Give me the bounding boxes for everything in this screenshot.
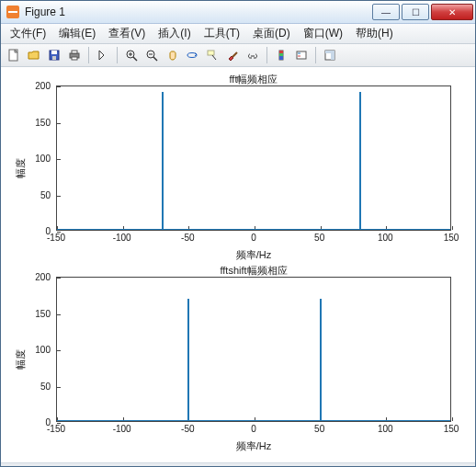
y-ticks: 050100150200	[6, 277, 52, 422]
svg-line-16	[212, 55, 216, 60]
app-icon	[6, 6, 19, 18]
x-ticks: -150-100-50050100150	[56, 424, 451, 437]
new-figure-icon[interactable]	[5, 46, 23, 64]
toolbar-separator	[315, 47, 316, 63]
x-tick-label: 50	[314, 424, 324, 434]
x-tick-label: -100	[113, 424, 131, 434]
x-tick-label: 100	[378, 233, 393, 243]
data-spike	[320, 299, 322, 421]
y-tick-label: 150	[35, 117, 51, 127]
subplot-1[interactable]: fft幅频相应 幅度 频率/Hz 050100150200 -150-100-5…	[6, 73, 468, 264]
svg-line-17	[232, 52, 237, 57]
axes	[56, 85, 451, 231]
y-ticks: 050100150200	[6, 85, 52, 231]
x-tick-label: -50	[181, 233, 194, 243]
x-tick-label: -150	[47, 233, 65, 243]
svg-rect-2	[51, 51, 57, 54]
x-tick-label: 50	[314, 233, 324, 243]
x-tick-label: -150	[47, 424, 65, 434]
menu-help[interactable]: 帮助(H)	[350, 24, 399, 43]
baseline	[57, 420, 450, 421]
svg-rect-20	[279, 53, 283, 56]
x-tick-label: 100	[378, 424, 393, 434]
status-strip	[1, 462, 475, 466]
toolbar-separator	[88, 47, 89, 63]
y-tick-label: 150	[35, 308, 51, 318]
window-controls: — ☐ ✕	[370, 4, 473, 20]
menu-view[interactable]: 查看(V)	[103, 24, 151, 43]
data-spike	[187, 299, 189, 421]
subplot-2[interactable]: fftshift幅频相应 幅度 频率/Hz 050100150200 -150-…	[6, 264, 468, 455]
x-tick-label: -50	[181, 424, 194, 434]
figure-window: Figure 1 — ☐ ✕ 文件(F) 编辑(E) 查看(V) 插入(I) 工…	[0, 0, 476, 467]
plot-area: fft幅频相应 幅度 频率/Hz 050100150200 -150-100-5…	[1, 67, 475, 462]
y-tick-label: 100	[35, 154, 51, 164]
chart-title: fftshift幅频相应	[56, 264, 451, 278]
menu-file[interactable]: 文件(F)	[5, 24, 51, 43]
y-tick-label: 200	[35, 81, 51, 91]
x-tick-label: 0	[251, 424, 256, 434]
y-tick-label: 100	[35, 345, 51, 355]
y-tick-label: 50	[40, 381, 51, 391]
colorbar-icon[interactable]	[272, 46, 290, 64]
print-icon[interactable]	[65, 46, 84, 64]
legend-icon[interactable]	[292, 46, 311, 64]
maximize-button[interactable]: ☐	[402, 4, 429, 20]
axes	[56, 277, 451, 422]
svg-rect-27	[331, 53, 334, 60]
edit-plot-icon[interactable]	[94, 46, 112, 64]
baseline	[57, 229, 450, 230]
x-ticks: -150-100-50050100150	[56, 233, 451, 245]
title-bar[interactable]: Figure 1 — ☐ ✕	[1, 1, 475, 24]
x-tick-label: 0	[251, 233, 256, 243]
svg-rect-5	[72, 51, 77, 53]
svg-rect-3	[52, 56, 56, 60]
menu-bar: 文件(F) 编辑(E) 查看(V) 插入(I) 工具(T) 桌面(D) 窗口(W…	[1, 24, 475, 44]
rotate3d-icon[interactable]	[183, 46, 201, 64]
svg-rect-19	[279, 51, 283, 53]
x-tick-label: 150	[444, 233, 459, 243]
x-tick-label: -100	[113, 233, 131, 243]
svg-rect-15	[208, 51, 214, 55]
x-axis-label: 频率/Hz	[56, 248, 451, 262]
menu-desktop[interactable]: 桌面(D)	[247, 24, 296, 43]
save-icon[interactable]	[45, 46, 63, 64]
y-tick-label: 50	[40, 189, 51, 199]
menu-insert[interactable]: 插入(I)	[153, 24, 196, 43]
close-button[interactable]: ✕	[431, 4, 473, 20]
hide-plot-tools-icon[interactable]	[321, 46, 339, 64]
svg-rect-26	[325, 51, 334, 53]
toolbar-separator	[266, 47, 267, 63]
toolbar	[1, 44, 475, 67]
data-spike	[359, 92, 361, 230]
open-icon[interactable]	[25, 46, 43, 64]
svg-rect-21	[279, 56, 283, 60]
minimize-button[interactable]: —	[372, 4, 400, 20]
zoom-in-icon[interactable]	[122, 46, 141, 64]
window-title: Figure 1	[25, 6, 370, 18]
toolbar-separator	[117, 47, 118, 63]
svg-line-8	[133, 57, 137, 61]
data-spike	[162, 92, 164, 230]
y-tick-label: 200	[35, 272, 51, 282]
datacursor-icon[interactable]	[203, 46, 221, 64]
brush-icon[interactable]	[223, 46, 242, 64]
link-icon[interactable]	[244, 46, 262, 64]
x-tick-label: 150	[444, 424, 459, 434]
chart-title: fft幅频相应	[56, 73, 451, 86]
svg-rect-6	[72, 57, 77, 60]
svg-line-12	[153, 57, 157, 61]
menu-edit[interactable]: 编辑(E)	[53, 24, 101, 43]
menu-tools[interactable]: 工具(T)	[198, 24, 245, 43]
menu-window[interactable]: 窗口(W)	[298, 24, 348, 43]
zoom-out-icon[interactable]	[142, 46, 161, 64]
x-axis-label: 频率/Hz	[56, 439, 451, 453]
pan-icon[interactable]	[163, 46, 181, 64]
svg-rect-22	[297, 51, 306, 59]
